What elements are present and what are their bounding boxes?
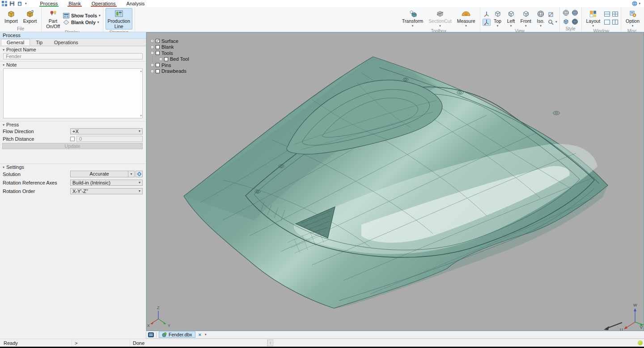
section-header-press[interactable]: ▾ Press	[0, 122, 146, 128]
project-name-input[interactable]: Fender	[3, 53, 143, 59]
tree-item-surface[interactable]: + Surface	[151, 38, 189, 44]
rotation-order-select[interactable]: X-Y'-Z'' ▾	[70, 188, 143, 194]
language-caret[interactable]: ▾	[639, 2, 640, 5]
view-left-button[interactable]: Left ▾	[505, 8, 517, 28]
window-split-quad-icon[interactable]	[611, 11, 619, 18]
quick-access-caret[interactable]: ▾	[25, 2, 27, 5]
command-prompt[interactable]: >	[72, 339, 130, 347]
solution-select[interactable]: Accurate ▾	[70, 171, 135, 177]
blank-only-button[interactable]: Blank Only ▾	[63, 20, 101, 25]
view-iso-caret[interactable]: ▾	[540, 24, 542, 28]
expand-icon[interactable]: −	[151, 51, 154, 55]
part-onoff-button[interactable]: Part On/Off	[44, 8, 62, 29]
expand-icon[interactable]: −	[159, 58, 162, 61]
import-button[interactable]: Import	[2, 8, 20, 26]
bed-tool-checkbox[interactable]	[164, 57, 168, 61]
section-header-project-name[interactable]: ▾ Project Name	[0, 46, 146, 53]
window-split-v-icon[interactable]	[611, 19, 619, 26]
axis-label-w: W	[633, 303, 637, 307]
scroll-down-icon[interactable]: ▾	[140, 114, 142, 117]
view-top-button[interactable]: Top ▾	[491, 8, 504, 28]
view-front-label: Front	[521, 18, 532, 24]
layout-button[interactable]: Layout ▾	[584, 8, 603, 28]
pins-checkbox[interactable]	[156, 63, 160, 67]
die-face-model[interactable]	[184, 57, 608, 308]
export-button[interactable]: Export	[21, 8, 39, 26]
axis-view-button[interactable]	[483, 11, 491, 18]
window-single-icon[interactable]	[603, 19, 610, 26]
scroll-up-icon[interactable]: ▴	[140, 69, 142, 73]
view-top-caret[interactable]: ▾	[497, 24, 499, 28]
window-split-h-icon[interactable]	[603, 11, 610, 18]
axis-view-active-button[interactable]	[483, 19, 491, 26]
zoom-button[interactable]: ▾	[548, 19, 557, 25]
show-tools-button[interactable]: Show Tools ▾	[63, 13, 101, 18]
expand-icon[interactable]: −	[151, 46, 154, 49]
expand-icon[interactable]: −	[151, 70, 154, 73]
view-front-caret[interactable]: ▾	[525, 24, 527, 28]
pitch-distance-checkbox[interactable]	[70, 137, 75, 141]
section-header-settings[interactable]: ▾ Settings	[0, 164, 146, 170]
drawbeads-checkbox[interactable]	[156, 69, 160, 73]
tree-item-tools[interactable]: − Tools	[151, 50, 189, 56]
menu-tab-analysis[interactable]: Analysis	[121, 0, 150, 7]
tab-list-caret[interactable]: ▾	[205, 333, 207, 336]
menu-tab-process[interactable]: Process	[35, 0, 64, 7]
close-tab-icon[interactable]: ×	[199, 332, 201, 337]
viewport-3d[interactable]: Z X Y W U V + Surface − Blank	[146, 32, 644, 331]
fit-view-button[interactable]	[548, 12, 557, 17]
expand-icon[interactable]: −	[151, 63, 154, 67]
surface-checkbox[interactable]	[156, 39, 160, 43]
show-tools-caret[interactable]: ▾	[99, 14, 101, 17]
zoom-caret[interactable]: ▾	[555, 20, 557, 24]
message-scroll-button[interactable]: ↕	[267, 340, 273, 346]
measure-caret[interactable]: ▾	[465, 24, 467, 28]
tree-label-tools: Tools	[161, 50, 173, 56]
paste-icon[interactable]	[17, 1, 22, 6]
style-wireframe-icon[interactable]	[562, 8, 570, 17]
model-canvas[interactable]: Z X Y W U V	[147, 33, 644, 331]
style-shaded-icon[interactable]	[571, 8, 579, 17]
update-button[interactable]: Update	[2, 143, 143, 149]
pitch-distance-input[interactable]: 0	[76, 136, 143, 142]
view-left-caret[interactable]: ▾	[510, 24, 512, 28]
note-textarea[interactable]: ▴ ▾	[3, 68, 143, 118]
style-shaded-edges-icon[interactable]	[571, 17, 579, 25]
menu-tab-blank[interactable]: Blank	[63, 0, 86, 7]
tab-tip[interactable]: Tip	[30, 39, 48, 46]
view-iso-button[interactable]: Iso. ▾	[534, 8, 547, 28]
tab-general[interactable]: General	[1, 39, 30, 46]
tree-item-blank[interactable]: − Blank	[151, 44, 189, 50]
tools-checkbox[interactable]	[156, 51, 160, 55]
measure-button[interactable]: Measure ▾	[455, 8, 478, 28]
production-line-button[interactable]: Production Line	[106, 8, 132, 29]
flow-direction-select[interactable]: +X ▾	[70, 128, 143, 134]
view-front-button[interactable]: Front ▾	[518, 8, 534, 28]
save-icon[interactable]	[9, 1, 15, 6]
option-caret[interactable]: ▾	[632, 24, 634, 28]
blank-checkbox[interactable]	[156, 45, 160, 49]
tab-operations[interactable]: Operations	[48, 39, 84, 46]
transform-caret[interactable]: ▾	[412, 24, 414, 28]
tree-item-drawbeads[interactable]: − Drawbeads	[151, 68, 189, 75]
section-header-note[interactable]: ▾ Note	[0, 62, 146, 68]
chevron-down-icon[interactable]: ▾	[128, 171, 134, 177]
expand-icon[interactable]: +	[151, 39, 154, 42]
solution-settings-button[interactable]	[136, 171, 143, 177]
blank-only-caret[interactable]: ▾	[97, 21, 99, 24]
press-label: Press	[6, 122, 19, 127]
style-cube-icon[interactable]	[562, 17, 570, 25]
import-icon	[7, 9, 16, 18]
transform-button[interactable]: Transform ▾	[400, 8, 425, 28]
app-grid-icon[interactable]	[2, 1, 7, 6]
option-button[interactable]: Option ▾	[623, 8, 642, 28]
rotation-reference-axes-select[interactable]: Build-in (Intrinsic) ▾	[70, 180, 143, 186]
tree-item-pins[interactable]: − Pins	[151, 62, 189, 68]
layout-caret[interactable]: ▾	[593, 24, 594, 28]
ribbon: Import Export File Part On/Off Show Tool…	[0, 7, 644, 32]
file-tab-fender[interactable]: Fender.dbx	[159, 331, 195, 338]
menu-tab-operations[interactable]: Operations	[86, 0, 121, 7]
window-list-icon[interactable]	[148, 332, 154, 337]
tree-item-bed-tool[interactable]: − Bed Tool	[152, 56, 189, 63]
language-globe-icon[interactable]	[632, 1, 637, 6]
